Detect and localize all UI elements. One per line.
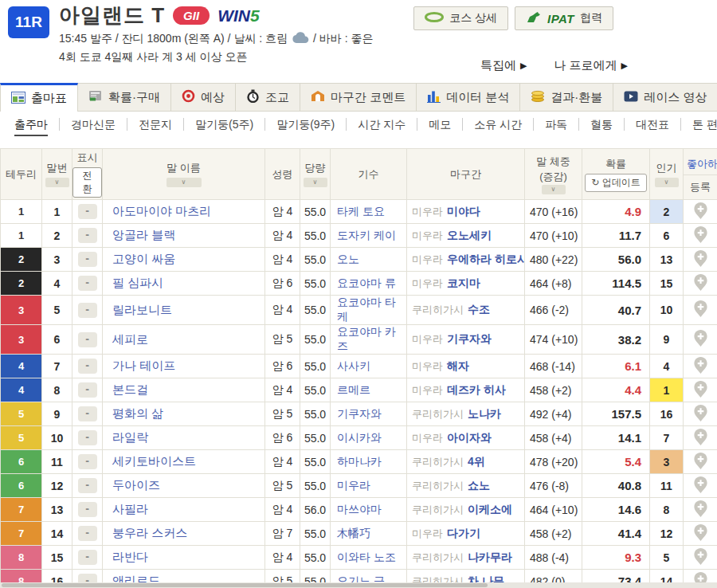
row-toggle-button[interactable]: - [78,228,97,243]
tab-stable-comment[interactable]: 마구간 코멘트 [300,83,417,112]
jockey-link[interactable]: 도자키 케이 [337,229,396,241]
ipat-button[interactable]: IPAT 협력 [515,6,613,30]
jockey-link[interactable]: 요코야마 류 [337,276,396,289]
register-pin-icon[interactable] [693,225,708,246]
trainer-link[interactable]: 쇼노 [468,479,490,492]
row-toggle-button[interactable]: - [78,303,97,318]
row-toggle-button[interactable]: - [78,332,97,347]
jockey-link[interactable]: 木幡巧 [337,527,370,539]
register-pin-icon[interactable] [693,249,708,270]
horse-name-link[interactable]: 두아이즈 [112,478,160,492]
jockey-link[interactable]: 하마나카 [337,455,382,468]
register-pin-icon[interactable] [693,273,708,294]
trainer-link[interactable]: 수조 [468,303,490,316]
sort-weight-button[interactable]: ∨ [304,178,327,187]
horse-name-link[interactable]: 라일락 [112,430,148,444]
subnav-item[interactable]: 톤 편차 값 [681,118,717,131]
sort-name-button[interactable]: ∨ [167,178,202,187]
horse-name-link[interactable]: 앙골라 블랙 [112,228,175,241]
subnav-item[interactable]: 혈통 [579,118,625,131]
register-pin-icon[interactable] [693,380,708,401]
trainer-link[interactable]: 기쿠자와 [447,332,492,345]
tab-training[interactable]: 조교 [236,83,300,112]
register-pin-icon[interactable] [693,428,708,449]
trainer-link[interactable]: 데즈카 히사 [447,383,506,396]
tab-data-analysis[interactable]: 데이터 분석 [417,83,520,112]
jockey-link[interactable]: 오노 [337,253,359,265]
subnav-item[interactable]: 출주마 [3,118,60,131]
row-toggle-button[interactable]: - [78,454,97,469]
horse-name-link[interactable]: 고양이 싸움 [112,252,175,265]
trainer-link[interactable]: 우에하라 히로시 [447,253,525,265]
tab-prediction[interactable]: 예상 [171,83,236,112]
jockey-link[interactable]: 이와타 노조 [337,551,396,563]
register-pin-icon[interactable] [693,356,708,377]
register-pin-icon[interactable] [693,452,708,472]
subnav-item[interactable]: 말기둥(5주) [184,118,265,131]
row-toggle-button[interactable]: - [78,382,97,398]
jockey-link[interactable]: 르메르 [337,383,370,396]
special-feature-link[interactable]: 특집에▶ [480,58,527,73]
course-detail-button[interactable]: 코스 상세 [413,6,508,30]
horse-name-link[interactable]: 세키토바이스트 [112,454,196,468]
jockey-link[interactable]: 이시카와 [337,431,382,444]
trainer-link[interactable]: 해자 [447,359,469,372]
tab-race-video[interactable]: 레이스 영상 [613,83,717,112]
row-toggle-button[interactable]: - [78,406,97,421]
jockey-link[interactable]: 기쿠자와 [337,407,382,420]
trainer-link[interactable]: 오노세키 [447,229,492,241]
horse-name-link[interactable]: 릴라보니트 [112,303,172,316]
trainer-link[interactable]: 미야다 [447,205,480,218]
trainer-link[interactable]: 4위 [468,455,485,468]
trainer-link[interactable]: 노나카 [468,407,501,420]
trainer-link[interactable]: 아이자와 [447,431,492,444]
subnav-item[interactable]: 대전표 [625,118,681,131]
display-toggle-button[interactable]: 전환 [72,167,102,198]
row-toggle-button[interactable]: - [78,550,97,565]
tab-results-refund[interactable]: 결과·환불 [520,83,613,112]
row-toggle-button[interactable]: - [78,478,97,493]
horse-name-link[interactable]: 라반다 [112,550,148,563]
horse-name-link[interactable]: 세피로 [112,332,148,346]
register-pin-icon[interactable] [693,329,708,350]
subnav-item[interactable]: 메모 [417,118,463,131]
jockey-link[interactable]: 마쓰야마 [337,503,382,515]
jockey-link[interactable]: 타케 토요 [337,205,385,218]
trainer-link[interactable]: 코지마 [447,276,480,289]
trainer-link[interactable]: 나카무라 [468,551,512,563]
horizontal-scrollbar[interactable] [0,582,717,588]
tab-odds-buy[interactable]: 확률·구매 [78,83,171,112]
jockey-link[interactable]: 요코야마 카즈 [337,325,396,352]
jockey-link[interactable]: 요코야마 타케 [337,296,396,323]
register-pin-icon[interactable] [693,523,708,544]
horse-name-link[interactable]: 사필라 [112,502,148,515]
sort-number-button[interactable]: ∨ [45,178,69,187]
row-toggle-button[interactable]: - [78,526,97,541]
horse-name-link[interactable]: 본드걸 [112,382,148,396]
horse-name-link[interactable]: 평화의 삶 [112,406,163,420]
horse-name-link[interactable]: 필 심파시 [112,276,163,289]
subnav-item[interactable]: 파독 [534,118,579,131]
sort-popularity-button[interactable]: ∨ [655,178,679,187]
row-toggle-button[interactable]: - [78,502,97,517]
trainer-link[interactable]: 이케소에 [468,503,512,515]
trainer-link[interactable]: 다가기 [447,527,480,539]
subnav-item[interactable]: 경마신문 [60,118,127,131]
my-pro-link[interactable]: 나 프로에게▶ [554,58,628,73]
register-pin-icon[interactable] [693,476,708,496]
row-toggle-button[interactable]: - [78,252,97,267]
subnav-item[interactable]: 말기둥(9주) [265,118,347,131]
row-toggle-button[interactable]: - [78,359,97,374]
register-pin-icon[interactable] [693,500,708,520]
horse-name-link[interactable]: 아도마이야 마츠리 [112,204,211,218]
row-toggle-button[interactable]: - [78,430,97,445]
subnav-item[interactable]: 시간 지수 [347,118,417,131]
register-pin-icon[interactable] [693,202,708,222]
jockey-link[interactable]: 사사키 [337,359,370,372]
subnav-item[interactable]: 소유 시간 [463,118,534,131]
odds-update-button[interactable]: ↻ 업데이트 [585,174,646,192]
favorite-label[interactable]: 좋아하는 [684,154,717,175]
register-pin-icon[interactable] [693,404,708,425]
row-toggle-button[interactable]: - [78,204,97,219]
horse-name-link[interactable]: 가나 테이프 [112,359,175,372]
